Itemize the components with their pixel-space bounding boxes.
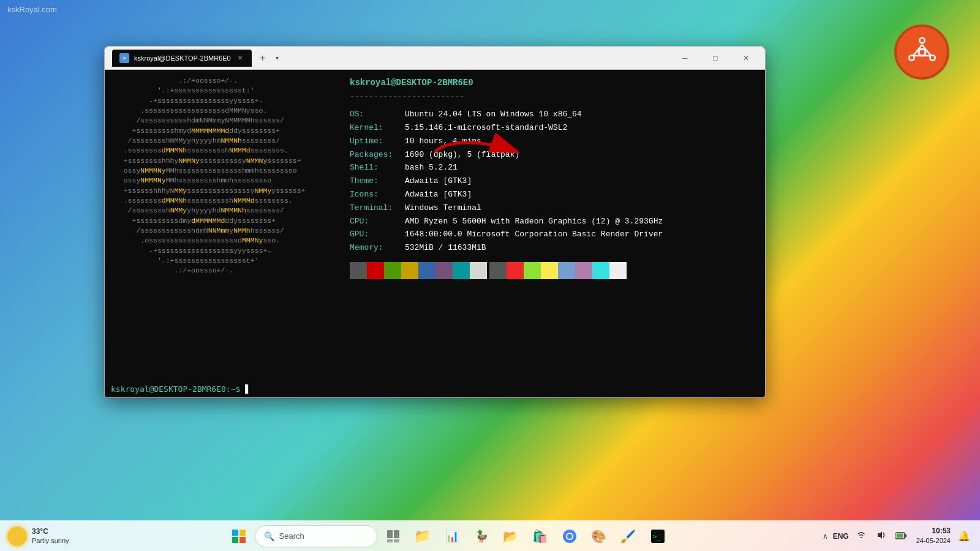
weather-icon: [7, 527, 27, 546]
svg-point-2: [919, 50, 924, 54]
close-button[interactable]: ✕: [732, 50, 760, 67]
minimize-button[interactable]: ─: [671, 50, 699, 67]
taskbar-app-filemanager[interactable]: 📂: [497, 523, 524, 550]
cpu-label: CPU:: [350, 216, 405, 228]
blender-icon: 🎨: [591, 529, 606, 544]
kernel-value: 5.15.146.1-microsoft-standard-WSL2: [405, 122, 567, 135]
tab-close-button[interactable]: ✕: [236, 54, 244, 62]
taskbar-app-unknown1[interactable]: 📊: [439, 523, 466, 550]
memory-label: Memory:: [350, 242, 405, 255]
svg-point-6: [930, 56, 934, 59]
terminal-tab[interactable]: > kskroyal@DESKTOP-2BMR6E0 ✕: [112, 50, 252, 67]
battery-icon[interactable]: [893, 529, 909, 544]
theme-line: Theme: Adwaita [GTK3]: [350, 175, 759, 188]
wifi-icon[interactable]: [854, 528, 869, 544]
color-block-3: [401, 262, 418, 279]
taskbar-app-chrome[interactable]: [556, 523, 583, 550]
color-block-4: [418, 262, 435, 279]
window-controls: ─ □ ✕: [671, 50, 760, 67]
add-tab-button[interactable]: +: [254, 50, 271, 67]
uptime-line: Uptime: 10 hours, 4 mins: [350, 135, 759, 148]
taskbar-app-taskview[interactable]: [380, 523, 407, 550]
uptime-label: Uptime:: [350, 135, 405, 148]
prompt-text: kskroyal@DESKTOP-2BMR6E0:~$: [111, 384, 240, 394]
terminal-window: > kskroyal@DESKTOP-2BMR6E0 ✕ + ▾ ─ □ ✕ .…: [104, 46, 766, 398]
clock-time: 10:53: [932, 526, 951, 536]
color-blocks: [350, 262, 759, 279]
terminal-label: Terminal:: [350, 202, 405, 215]
taskbar-center: 🔍 Search 📁 📊 🦆: [79, 523, 818, 550]
svg-rect-13: [239, 537, 246, 543]
tab-label: kskroyal@DESKTOP-2BMR6E0: [134, 54, 231, 62]
kernel-line: Kernel: 5.15.146.1-microsoft-standard-WS…: [350, 122, 759, 135]
system-clock[interactable]: 10:53 24-05-2024: [916, 526, 951, 545]
svg-point-20: [567, 534, 572, 539]
color-block-5: [435, 262, 453, 279]
gpu-label: GPU:: [350, 228, 405, 241]
os-label: OS:: [350, 108, 405, 121]
neofetch-art: .:/+oossso+/-. '.:+sssssssssssssssst:' -…: [111, 76, 337, 375]
gpu-value: 1648:00:00.0 Microsoft Corporation Basic…: [405, 228, 663, 241]
terminal-content[interactable]: .:/+oossso+/-. '.:+sssssssssssssssst:' -…: [105, 70, 765, 381]
start-button[interactable]: [225, 523, 252, 550]
search-label: Search: [279, 531, 304, 541]
weather-text: 33°C Partly sunny: [32, 527, 69, 545]
maximize-button[interactable]: □: [701, 50, 729, 67]
terminal-line: Terminal: Windows Terminal: [350, 202, 759, 215]
desktop: kskRoyal.com > kskroyal@DESK: [0, 0, 980, 551]
kernel-label: Kernel:: [350, 122, 405, 135]
separator-line: ------------------------: [350, 91, 759, 103]
svg-text:>_: >_: [653, 533, 661, 541]
prompt-line[interactable]: kskroyal@DESKTOP-2BMR6E0:~$ ▋: [105, 381, 765, 397]
weather-widget: 33°C Partly sunny: [7, 527, 69, 546]
taskbar-app-store[interactable]: 🛍️: [527, 523, 554, 550]
taskbar-app-explorer[interactable]: 📁: [409, 523, 436, 550]
taskbar-app-krita[interactable]: 🖌️: [615, 523, 642, 550]
terminal-value: Windows Terminal: [405, 202, 481, 215]
color-block-10: [524, 262, 541, 279]
ubuntu-logo-svg: [905, 36, 939, 69]
memory-line: Memory: 532MiB / 11633MiB: [350, 242, 759, 255]
svg-rect-12: [232, 537, 238, 543]
svg-rect-25: [905, 534, 907, 537]
svg-point-8: [910, 56, 913, 59]
cursor: ▋: [245, 384, 250, 394]
color-block-0: [350, 262, 367, 279]
gpu-line: GPU: 1648:00:00.0 Microsoft Corporation …: [350, 228, 759, 241]
volume-icon[interactable]: [873, 528, 888, 544]
svg-marker-23: [878, 531, 882, 539]
tab-dropdown-button[interactable]: ▾: [271, 52, 284, 64]
taskbar-right: ∧ ENG: [823, 526, 973, 545]
shell-value: bash 5.2.21: [405, 162, 458, 174]
terminal-icon: >_: [651, 530, 665, 543]
packages-value: 1690 (dpkg), 5 (flatpak): [405, 149, 519, 162]
svg-rect-10: [232, 530, 238, 536]
color-block-2: [384, 262, 401, 279]
language-indicator: ENG: [833, 532, 849, 541]
weather-temp: 33°C: [32, 527, 69, 537]
speaker-icon: [876, 531, 886, 539]
chrome-icon: [563, 530, 576, 543]
explorer-icon: 📁: [414, 528, 431, 544]
memory-value: 532MiB / 11633MiB: [405, 242, 486, 255]
shell-line: Shell: bash 5.2.21: [350, 162, 759, 174]
uptime-value: 10 hours, 4 mins: [405, 135, 481, 148]
tray-overflow-button[interactable]: ∧: [823, 532, 828, 541]
taskbar-app-terminal[interactable]: >_: [644, 523, 671, 550]
icons-line: Icons: Adwaita [GTK3]: [350, 189, 759, 201]
svg-point-4: [920, 39, 924, 42]
cpu-line: CPU: AMD Ryzen 5 5600H with Radeon Graph…: [350, 216, 759, 228]
filemanager-icon: 📂: [503, 529, 518, 544]
app1-icon: 📊: [445, 530, 459, 543]
taskbar-app-unknown2[interactable]: 🦆: [468, 523, 495, 550]
color-block-1: [367, 262, 384, 279]
search-box[interactable]: 🔍 Search: [255, 525, 377, 547]
store-icon: 🛍️: [532, 529, 548, 544]
taskview-icon: [387, 530, 399, 542]
color-block-6: [453, 262, 470, 279]
taskbar-app-blender[interactable]: 🎨: [586, 523, 612, 550]
svg-rect-11: [239, 530, 246, 536]
weather-condition: Partly sunny: [32, 536, 69, 545]
notification-bell[interactable]: 🔔: [956, 528, 973, 544]
color-block-7: [470, 262, 487, 279]
